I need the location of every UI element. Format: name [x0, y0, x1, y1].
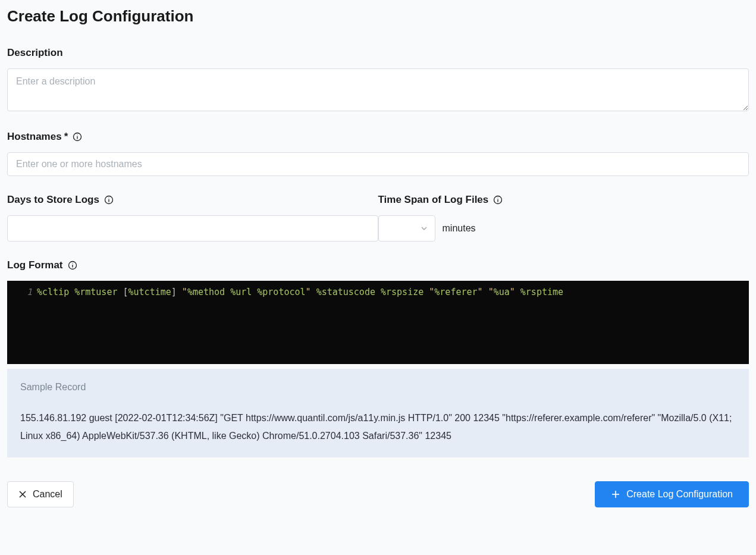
sample-record-text: 155.146.81.192 guest [2022-02-01T12:34:5…: [20, 409, 736, 444]
log-format-code: %cltip %rmtuser [%utctime] "%method %url…: [37, 287, 563, 358]
svg-point-5: [108, 197, 109, 198]
create-button-label: Create Log Configuration: [626, 489, 733, 500]
hostnames-label: Hostnames: [7, 131, 62, 143]
description-label: Description: [7, 47, 749, 59]
page-title: Create Log Configuration: [7, 7, 749, 26]
info-icon[interactable]: [493, 195, 503, 205]
description-input[interactable]: [7, 68, 749, 111]
hostnames-input[interactable]: [7, 152, 749, 176]
days-to-store-label: Days to Store Logs: [7, 194, 99, 206]
log-format-label: Log Format: [7, 259, 63, 271]
chevron-down-icon: [421, 225, 428, 232]
sample-record-title: Sample Record: [20, 382, 736, 393]
time-span-select[interactable]: [378, 215, 435, 242]
create-button[interactable]: Create Log Configuration: [595, 481, 749, 507]
log-format-editor[interactable]: 1 %cltip %rmtuser [%utctime] "%method %u…: [7, 281, 749, 364]
sample-record-box: Sample Record 155.146.81.192 guest [2022…: [7, 369, 749, 457]
time-span-label: Time Span of Log Files: [378, 194, 489, 206]
required-indicator: *: [64, 131, 68, 143]
svg-point-11: [72, 263, 73, 264]
time-span-unit: minutes: [443, 223, 476, 234]
close-icon: [18, 490, 27, 498]
line-number: 1: [7, 287, 37, 358]
cancel-button-label: Cancel: [33, 489, 62, 500]
info-icon[interactable]: [104, 195, 114, 205]
cancel-button[interactable]: Cancel: [7, 481, 74, 507]
plus-icon: [611, 490, 620, 499]
info-icon[interactable]: [73, 132, 82, 142]
days-to-store-input[interactable]: [7, 215, 378, 242]
info-icon[interactable]: [68, 261, 77, 270]
svg-point-2: [77, 134, 78, 135]
svg-point-8: [498, 197, 498, 198]
